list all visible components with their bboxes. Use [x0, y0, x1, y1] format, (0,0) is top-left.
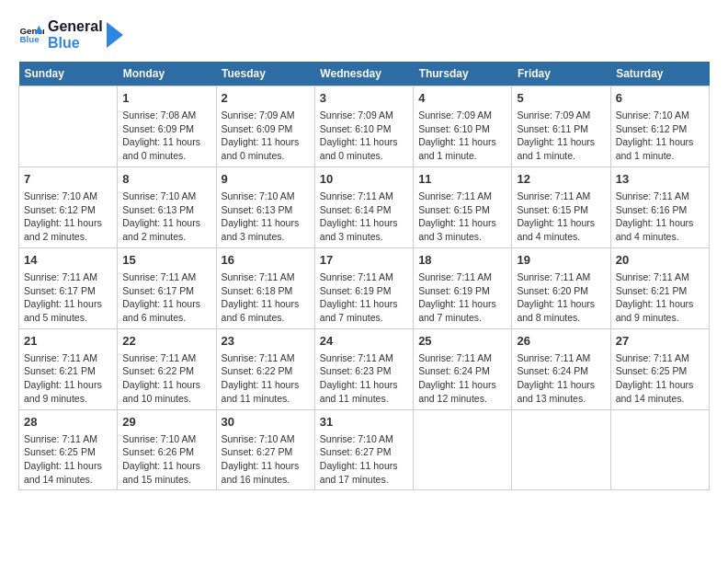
weekday-header-cell: Thursday [414, 62, 512, 86]
day-info: Sunrise: 7:10 AM Sunset: 6:12 PM Dayligh… [24, 190, 112, 244]
calendar-day-cell [610, 409, 709, 490]
calendar-day-cell: 30Sunrise: 7:10 AM Sunset: 6:27 PM Dayli… [216, 409, 314, 490]
day-number: 7 [24, 171, 112, 188]
day-info: Sunrise: 7:11 AM Sunset: 6:20 PM Dayligh… [517, 270, 605, 325]
calendar-day-cell: 2Sunrise: 7:09 AM Sunset: 6:09 PM Daylig… [216, 86, 314, 167]
calendar-day-cell [19, 86, 118, 167]
logo-blue: Blue [48, 35, 103, 52]
day-info: Sunrise: 7:11 AM Sunset: 6:21 PM Dayligh… [616, 270, 704, 325]
day-number: 16 [222, 252, 310, 269]
calendar-day-cell: 11Sunrise: 7:11 AM Sunset: 6:15 PM Dayli… [414, 167, 512, 247]
day-number: 14 [24, 252, 112, 269]
calendar-day-cell: 19Sunrise: 7:11 AM Sunset: 6:20 PM Dayli… [512, 247, 610, 328]
day-info: Sunrise: 7:11 AM Sunset: 6:16 PM Dayligh… [616, 190, 704, 244]
weekday-header-cell: Wednesday [314, 62, 413, 86]
weekday-header-cell: Friday [512, 62, 610, 86]
calendar-day-cell: 16Sunrise: 7:11 AM Sunset: 6:18 PM Dayli… [216, 247, 314, 328]
day-info: Sunrise: 7:10 AM Sunset: 6:26 PM Dayligh… [122, 432, 210, 487]
day-info: Sunrise: 7:09 AM Sunset: 6:11 PM Dayligh… [517, 109, 605, 163]
logo-text: General [48, 18, 103, 35]
calendar-day-cell: 24Sunrise: 7:11 AM Sunset: 6:23 PM Dayli… [314, 328, 413, 409]
svg-text:Blue: Blue [19, 35, 40, 45]
calendar-day-cell: 14Sunrise: 7:11 AM Sunset: 6:17 PM Dayli… [19, 247, 118, 328]
day-info: Sunrise: 7:11 AM Sunset: 6:22 PM Dayligh… [122, 351, 210, 406]
day-number: 24 [320, 333, 408, 350]
day-number: 11 [418, 171, 506, 188]
calendar-day-cell: 7Sunrise: 7:10 AM Sunset: 6:12 PM Daylig… [19, 167, 118, 247]
day-number: 25 [418, 333, 506, 350]
day-number: 3 [320, 90, 408, 107]
day-info: Sunrise: 7:10 AM Sunset: 6:27 PM Dayligh… [222, 432, 310, 487]
weekday-header-cell: Sunday [19, 62, 118, 86]
day-info: Sunrise: 7:09 AM Sunset: 6:10 PM Dayligh… [320, 109, 408, 163]
day-number: 23 [222, 333, 310, 350]
day-info: Sunrise: 7:11 AM Sunset: 6:23 PM Dayligh… [320, 351, 408, 406]
day-number: 13 [616, 171, 704, 188]
day-number: 2 [222, 90, 310, 107]
day-info: Sunrise: 7:09 AM Sunset: 6:10 PM Dayligh… [418, 109, 506, 163]
calendar-day-cell: 21Sunrise: 7:11 AM Sunset: 6:21 PM Dayli… [19, 328, 118, 409]
day-info: Sunrise: 7:11 AM Sunset: 6:25 PM Dayligh… [24, 432, 112, 487]
weekday-header-cell: Saturday [610, 62, 709, 86]
day-number: 30 [222, 414, 310, 431]
calendar-table: SundayMondayTuesdayWednesdayThursdayFrid… [18, 62, 710, 491]
day-number: 12 [517, 171, 605, 188]
calendar-day-cell: 25Sunrise: 7:11 AM Sunset: 6:24 PM Dayli… [414, 328, 512, 409]
weekday-header-row: SundayMondayTuesdayWednesdayThursdayFrid… [19, 62, 710, 86]
day-number: 28 [24, 414, 112, 431]
calendar-day-cell: 15Sunrise: 7:11 AM Sunset: 6:17 PM Dayli… [118, 247, 216, 328]
calendar-day-cell: 12Sunrise: 7:11 AM Sunset: 6:15 PM Dayli… [512, 167, 610, 247]
calendar-day-cell: 23Sunrise: 7:11 AM Sunset: 6:22 PM Dayli… [216, 328, 314, 409]
day-info: Sunrise: 7:11 AM Sunset: 6:22 PM Dayligh… [222, 351, 310, 406]
day-info: Sunrise: 7:11 AM Sunset: 6:14 PM Dayligh… [320, 190, 408, 244]
day-info: Sunrise: 7:11 AM Sunset: 6:24 PM Dayligh… [517, 351, 605, 406]
calendar-day-cell: 28Sunrise: 7:11 AM Sunset: 6:25 PM Dayli… [19, 409, 118, 490]
day-info: Sunrise: 7:11 AM Sunset: 6:21 PM Dayligh… [24, 351, 112, 406]
day-number: 18 [418, 252, 506, 269]
day-number: 9 [222, 171, 310, 188]
calendar-day-cell: 31Sunrise: 7:10 AM Sunset: 6:27 PM Dayli… [314, 409, 413, 490]
day-number: 1 [122, 90, 210, 107]
day-info: Sunrise: 7:08 AM Sunset: 6:09 PM Dayligh… [122, 109, 210, 163]
calendar-day-cell: 26Sunrise: 7:11 AM Sunset: 6:24 PM Dayli… [512, 328, 610, 409]
day-number: 10 [320, 171, 408, 188]
day-info: Sunrise: 7:10 AM Sunset: 6:13 PM Dayligh… [222, 190, 310, 244]
day-number: 4 [418, 90, 506, 107]
day-number: 21 [24, 333, 112, 350]
calendar-day-cell: 3Sunrise: 7:09 AM Sunset: 6:10 PM Daylig… [314, 86, 413, 167]
calendar-day-cell: 27Sunrise: 7:11 AM Sunset: 6:25 PM Dayli… [610, 328, 709, 409]
calendar-day-cell: 1Sunrise: 7:08 AM Sunset: 6:09 PM Daylig… [118, 86, 216, 167]
day-number: 29 [122, 414, 210, 431]
calendar-day-cell: 13Sunrise: 7:11 AM Sunset: 6:16 PM Dayli… [610, 167, 709, 247]
day-info: Sunrise: 7:10 AM Sunset: 6:27 PM Dayligh… [320, 432, 408, 487]
day-number: 5 [517, 90, 605, 107]
day-number: 19 [517, 252, 605, 269]
calendar-week-row: 1Sunrise: 7:08 AM Sunset: 6:09 PM Daylig… [19, 86, 710, 167]
day-info: Sunrise: 7:11 AM Sunset: 6:17 PM Dayligh… [122, 270, 210, 325]
day-info: Sunrise: 7:11 AM Sunset: 6:19 PM Dayligh… [320, 270, 408, 325]
day-info: Sunrise: 7:11 AM Sunset: 6:15 PM Dayligh… [517, 190, 605, 244]
day-number: 26 [517, 333, 605, 350]
logo: General Blue General Blue [18, 18, 123, 52]
calendar-day-cell: 20Sunrise: 7:11 AM Sunset: 6:21 PM Dayli… [610, 247, 709, 328]
day-info: Sunrise: 7:11 AM Sunset: 6:18 PM Dayligh… [222, 270, 310, 325]
calendar-day-cell: 8Sunrise: 7:10 AM Sunset: 6:13 PM Daylig… [118, 167, 216, 247]
day-info: Sunrise: 7:11 AM Sunset: 6:24 PM Dayligh… [418, 351, 506, 406]
calendar-week-row: 21Sunrise: 7:11 AM Sunset: 6:21 PM Dayli… [19, 328, 710, 409]
day-info: Sunrise: 7:09 AM Sunset: 6:09 PM Dayligh… [222, 109, 310, 163]
day-number: 27 [616, 333, 704, 350]
calendar-day-cell [512, 409, 610, 490]
weekday-header-cell: Tuesday [216, 62, 314, 86]
calendar-day-cell: 9Sunrise: 7:10 AM Sunset: 6:13 PM Daylig… [216, 167, 314, 247]
calendar-body: 1Sunrise: 7:08 AM Sunset: 6:09 PM Daylig… [19, 86, 710, 490]
calendar-week-row: 7Sunrise: 7:10 AM Sunset: 6:12 PM Daylig… [19, 167, 710, 247]
svg-marker-3 [107, 22, 123, 48]
day-number: 22 [122, 333, 210, 350]
day-info: Sunrise: 7:11 AM Sunset: 6:19 PM Dayligh… [418, 270, 506, 325]
calendar-day-cell [414, 409, 512, 490]
calendar-day-cell: 22Sunrise: 7:11 AM Sunset: 6:22 PM Dayli… [118, 328, 216, 409]
day-number: 20 [616, 252, 704, 269]
logo-icon: General Blue [18, 22, 44, 48]
logo-arrow-icon [107, 22, 123, 48]
calendar-day-cell: 10Sunrise: 7:11 AM Sunset: 6:14 PM Dayli… [314, 167, 413, 247]
